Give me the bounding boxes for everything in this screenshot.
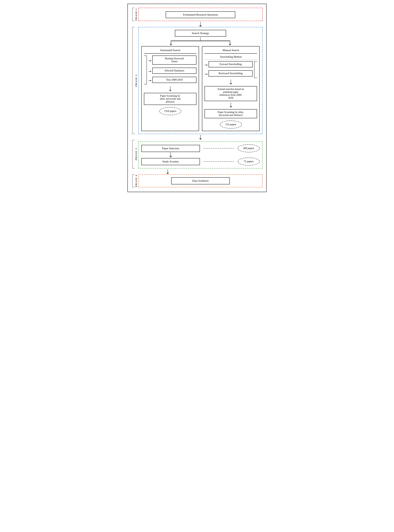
left-bracket — [144, 56, 147, 84]
oval-1324: 1324 papers — [159, 107, 181, 115]
arrow-ps-ss — [141, 152, 260, 157]
phase4-label-col: PHASE 4 — [131, 174, 138, 187]
arrow-bool-icon — [148, 59, 152, 62]
arrow-down-frq — [138, 22, 263, 27]
year-box: Year 2009-2018 — [152, 77, 197, 83]
arrow-db-icon — [148, 70, 152, 73]
arrow-down-p3-p4 — [138, 169, 197, 174]
svg-marker-25 — [230, 83, 232, 85]
forward-row: Forward Snowballing — [204, 61, 253, 69]
dashed-line-scrutiny — [204, 161, 234, 162]
db-row: Selected Databases — [148, 68, 197, 75]
search-strategy-box: Search Strategy — [175, 30, 226, 37]
svg-marker-27 — [230, 106, 232, 108]
phase2-border: Search Strategy — [138, 27, 263, 134]
arrow-forward-icon — [204, 63, 208, 67]
arrow-year-icon — [148, 79, 152, 82]
phase34-label-col: PHASE 3 — [131, 140, 138, 168]
phase1-label: PHASE 1 — [135, 8, 138, 21]
arrow-p2-p3-wrapper — [138, 135, 263, 140]
phase34-wrapper: PHASE 3 Paper Selection 208 papers — [131, 140, 263, 168]
phase3-content: Paper Selection 208 papers Study Scrutin… — [138, 140, 263, 168]
selected-databases-box: Selected Databases — [152, 68, 197, 74]
oval-116-container: 116 papers — [204, 120, 257, 129]
phase3-border: Paper Selection 208 papers Study Scrutin… — [138, 141, 263, 168]
phase4-label: PHASE 4 — [135, 175, 138, 187]
svg-marker-17 — [150, 80, 152, 81]
automated-search-header: Automated Search — [144, 49, 197, 54]
arrow-down-extend-icon — [229, 79, 233, 85]
phase1-content: Formulated Research Questions — [138, 8, 263, 21]
oval-116: 116 papers — [220, 120, 242, 129]
diagram-wrapper: PHASE 1 Formulated Research Questions PH… — [127, 4, 267, 192]
arrow-down-screening-icon — [168, 86, 172, 91]
bracket-items: Boolean KeywordTerms Selected Databases — [148, 56, 197, 84]
phase2-content: Search Strategy — [138, 27, 263, 134]
arrow-backward-icon — [204, 73, 208, 76]
frq-box-container: Formulated Research Questions — [142, 11, 259, 18]
snowball-items: Forward Snowballing Backward Snowballing — [204, 61, 253, 78]
year-row: Year 2009-2018 — [148, 77, 197, 84]
phase1-wrapper: PHASE 1 Formulated Research Questions — [131, 8, 263, 21]
data-synthesis-box: Data Synthesis — [171, 177, 230, 184]
arrow-down-p2-p3 — [138, 135, 263, 140]
svg-marker-23 — [206, 73, 208, 75]
formulated-research-questions-box: Formulated Research Questions — [166, 11, 235, 18]
dashed-line-selection — [204, 148, 234, 149]
svg-marker-13 — [150, 60, 152, 62]
oval-72: 72 papers — [238, 157, 260, 166]
phase2-wrapper: PHASE 2 Search Strategy — [131, 27, 263, 134]
manual-search-header: Manual Search — [204, 49, 257, 54]
phase4-content: Data Synthesis — [138, 174, 263, 187]
snowball-bracket-section: Forward Snowballing Backward Snowballing — [204, 61, 257, 78]
search-strategy-container: Search Strategy — [141, 30, 260, 37]
study-scrutiny-box: Study Scrutiny — [141, 158, 200, 165]
svg-marker-9 — [170, 44, 172, 46]
svg-marker-11 — [229, 44, 231, 46]
paper-selection-row: Paper Selection 208 papers — [141, 144, 260, 152]
paper-screening-manual-box: Paper Screening by titles,keywords and a… — [204, 109, 257, 118]
backward-snowballing-box: Backward Snowballing — [208, 70, 253, 77]
automated-search-col: Automated Search Boolean KeywordTerms — [141, 46, 199, 131]
arrow-to-screening-manual — [204, 103, 257, 108]
boolean-keyword-box: Boolean KeywordTerms — [152, 56, 197, 65]
svg-marker-19 — [169, 90, 171, 91]
phase3-label-side: PHASE 3 — [132, 140, 138, 168]
data-synthesis-container: Data Synthesis — [141, 177, 260, 184]
split-arrows-svg2 — [141, 38, 260, 46]
paper-selection-box: Paper Selection — [141, 145, 200, 152]
paper-screening-auto-box: Paper Screening bytitles, keywords andab… — [144, 93, 197, 105]
manual-search-col: Manual Search Snowballing Method — [202, 46, 260, 131]
two-col: Automated Search Boolean KeywordTerms — [141, 46, 260, 131]
backward-row: Backward Snowballing — [204, 70, 253, 78]
extend-searches-box: Extend searches based onpotential paperr… — [204, 86, 257, 101]
arrow-p3-p4-wrapper — [138, 169, 263, 174]
snowballing-method-header: Snowballing Method — [204, 56, 257, 60]
svg-marker-15 — [150, 71, 152, 72]
phase1-label-col: PHASE 1 — [131, 8, 138, 21]
bool-row: Boolean KeywordTerms — [148, 56, 197, 66]
right-bracket — [254, 61, 257, 78]
arrow-to-extend — [204, 79, 257, 85]
arrow-p1-p2 — [138, 22, 263, 27]
arrow-down-ps-ss — [141, 152, 200, 157]
study-scrutiny-row: Study Scrutiny 72 papers — [141, 157, 260, 166]
arrow-down-screening-manual-icon — [229, 103, 233, 108]
svg-marker-21 — [206, 64, 208, 66]
forward-snowballing-box: Forward Snowballing — [208, 61, 253, 67]
arrow-to-screening — [144, 86, 197, 91]
oval-208: 208 papers — [238, 144, 260, 152]
left-bracket-section: Boolean KeywordTerms Selected Databases — [144, 56, 197, 84]
phase2-label-col: PHASE 2 — [131, 27, 138, 134]
phase4-wrapper: PHASE 4 Data Synthesis — [131, 174, 263, 187]
phase4-border: Data Synthesis — [138, 174, 263, 187]
phase1-border: Formulated Research Questions — [138, 8, 263, 21]
oval-1324-container: 1324 papers — [144, 107, 197, 115]
phase3-label: PHASE 3 — [135, 148, 138, 160]
phase2-label: PHASE 2 — [135, 74, 138, 87]
